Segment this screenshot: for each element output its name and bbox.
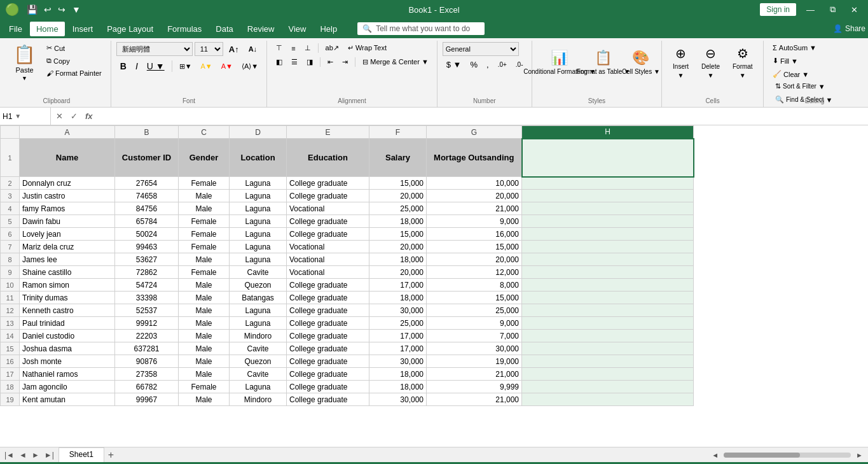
add-sheet-button[interactable]: + [106,447,116,462]
copy-button[interactable]: ⧉ Copy [43,55,106,67]
cancel-formula-button[interactable]: ✕ [53,110,65,122]
cell-location[interactable]: Batangas [230,292,287,304]
format-cells-button[interactable]: ⚙ Format ▼ [727,42,759,83]
fill-color-button[interactable]: A▼ [197,60,216,72]
cell-education[interactable]: Vocational [287,253,369,266]
italic-button[interactable]: I [132,59,142,73]
cell-salary[interactable]: 30,000 [369,393,427,406]
cell-h[interactable] [522,253,694,266]
cell-name[interactable]: Jam agoncilo [20,381,115,393]
close-button[interactable]: ✕ [846,4,863,16]
cell-education[interactable]: College graduate [287,215,369,228]
cell-salary[interactable]: 15,000 [369,177,427,190]
increase-font-button[interactable]: A↑ [225,43,243,56]
horizontal-scrollbar[interactable] [724,453,851,458]
merge-center-button[interactable]: ⊟ Merge & Center ▼ [359,56,432,68]
col-header-D[interactable]: D [230,126,287,139]
minimize-button[interactable]: — [801,4,820,16]
save-icon[interactable]: 💾 [25,3,39,16]
cell-salary[interactable]: 30,000 [369,355,427,368]
cell-salary[interactable]: 25,000 [369,317,427,330]
scroll-right-button[interactable]: ► [856,451,863,459]
menu-review[interactable]: Review [241,22,281,36]
cell-h[interactable] [522,393,694,406]
cell-h[interactable] [522,368,694,381]
cell-name[interactable]: Shaine castillo [20,266,115,279]
cell-education[interactable]: Vocational [287,241,369,253]
find-select-button[interactable]: 🔍 Find & Select ▼ [771,94,836,106]
cell-mortgage[interactable]: 10,000 [427,177,522,190]
align-right-button[interactable]: ◨ [303,56,317,68]
share-button[interactable]: 👤 Share [833,24,865,33]
cell-location[interactable]: Cavite [230,266,287,279]
cell-gender[interactable]: Male [179,253,230,266]
cell-salary[interactable]: 18,000 [369,253,427,266]
cell-gender[interactable]: Male [179,190,230,202]
cell-mortgage[interactable]: 21,000 [427,368,522,381]
cell-customerid[interactable]: 72862 [115,266,179,279]
last-sheet-button[interactable]: ►| [43,451,56,460]
cell-customerid[interactable]: 99912 [115,317,179,330]
border-button[interactable]: ⊞▼ [176,60,196,73]
cell-salary[interactable]: 20,000 [369,190,427,202]
cell-h[interactable] [522,330,694,342]
menu-formulas[interactable]: Formulas [161,22,208,36]
decrease-indent-button[interactable]: ⇤ [324,56,337,68]
cell-gender[interactable]: Female [179,177,230,190]
cell-mortgage[interactable]: 16,000 [427,228,522,241]
menu-page-layout[interactable]: Page Layout [100,22,160,36]
cell-name[interactable]: Kenneth castro [20,304,115,317]
cell-education[interactable]: Vocational [287,266,369,279]
cell-gender[interactable]: Male [179,279,230,292]
prev-sheet-button[interactable]: ◄ [17,451,29,460]
cell-gender[interactable]: Male [179,355,230,368]
cell-salary[interactable]: 25,000 [369,202,427,215]
increase-indent-button[interactable]: ⇥ [338,56,352,68]
cell-education[interactable]: College graduate [287,368,369,381]
conditional-formatting-button[interactable]: 📊 Conditional Formatting ▼ [537,42,582,83]
scroll-left-button[interactable]: ◄ [712,451,719,459]
cell-education[interactable]: College graduate [287,355,369,368]
increase-decimal-button[interactable]: .0+ [494,59,511,70]
cut-button[interactable]: ✂ Cut [43,42,106,54]
format-button[interactable]: ⟨A⟩▼ [238,60,262,73]
cell-customerid[interactable]: 53627 [115,253,179,266]
col-header-C[interactable]: C [179,126,230,139]
menu-view[interactable]: View [282,22,312,36]
cell-mortgage[interactable]: 20,000 [427,253,522,266]
cell-h[interactable] [522,342,694,355]
customize-quick-access-icon[interactable]: ▼ [71,3,82,16]
cell-customerid[interactable]: 50024 [115,228,179,241]
cell-h[interactable] [522,355,694,368]
col-header-E[interactable]: E [287,126,369,139]
cell-education[interactable]: College graduate [287,330,369,342]
cell-gender[interactable]: Male [179,368,230,381]
next-sheet-button[interactable]: ► [30,451,41,460]
cell-name[interactable]: Lovely jean [20,228,115,241]
cell-education[interactable]: College graduate [287,381,369,393]
cell-salary[interactable]: 18,000 [369,215,427,228]
percent-button[interactable]: % [466,58,481,71]
cell-h[interactable] [522,190,694,202]
cell-mortgage[interactable]: 9,000 [427,215,522,228]
cell-gender[interactable]: Male [179,393,230,406]
redo-icon[interactable]: ↪ [57,3,67,16]
format-as-table-button[interactable]: 📋 Format as Table ▼ [584,42,623,83]
format-painter-button[interactable]: 🖌 Format Painter [43,67,106,79]
cell-name[interactable]: Trinity dumas [20,292,115,304]
cell-customerid[interactable]: 33398 [115,292,179,304]
cell-customerid[interactable]: 27654 [115,177,179,190]
paste-button[interactable]: 📋 Paste ▼ [8,42,41,83]
cell-name[interactable]: Josh monte [20,355,115,368]
cell-customerid[interactable]: 637281 [115,342,179,355]
wrap-text-button[interactable]: ↵ Wrap Text [344,42,390,54]
cell-mortgage[interactable]: 20,000 [427,190,522,202]
cell-mortgage[interactable]: 21,000 [427,202,522,215]
cell-education[interactable]: College graduate [287,393,369,406]
search-label[interactable]: Tell me what you want to do [376,24,470,33]
cell-location[interactable]: Laguna [230,190,287,202]
cell-gender[interactable]: Female [179,266,230,279]
cell-location[interactable]: Laguna [230,241,287,253]
align-bottom-button[interactable]: ⊥ [301,42,315,54]
cell-name[interactable]: Justin castro [20,190,115,202]
